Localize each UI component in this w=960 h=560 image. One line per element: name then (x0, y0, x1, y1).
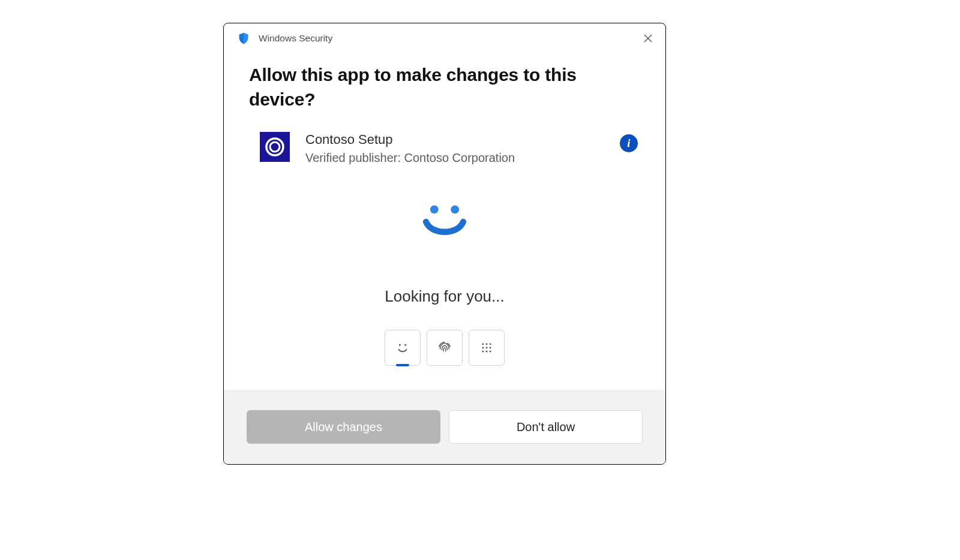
dialog-heading: Allow this app to make changes to this d… (249, 63, 640, 112)
app-info-row: Contoso Setup Verified publisher: Contos… (249, 112, 640, 165)
svg-point-6 (482, 343, 484, 345)
svg-point-12 (482, 351, 484, 353)
auth-option-fingerprint[interactable] (427, 330, 463, 366)
app-text: Contoso Setup Verified publisher: Contos… (305, 132, 604, 165)
auth-options (249, 330, 640, 390)
title-text: Windows Security (259, 33, 633, 44)
windows-hello-zone: Looking for you... (249, 165, 640, 330)
auth-option-pin[interactable] (469, 330, 505, 366)
close-button[interactable] (641, 32, 655, 45)
app-icon (260, 132, 290, 162)
svg-point-11 (490, 347, 491, 349)
svg-point-3 (451, 205, 459, 213)
svg-point-9 (482, 347, 484, 349)
dont-allow-button[interactable]: Don't allow (449, 410, 643, 444)
dialog-footer: Allow changes Don't allow (224, 390, 665, 464)
shield-icon (237, 32, 250, 45)
svg-point-14 (490, 351, 491, 353)
svg-point-4 (399, 344, 401, 346)
svg-point-5 (404, 344, 406, 346)
app-name: Contoso Setup (305, 132, 604, 147)
svg-point-1 (270, 142, 280, 152)
app-publisher: Verified publisher: Contoso Corporation (305, 151, 604, 165)
svg-point-8 (490, 343, 491, 345)
hello-smiley-icon (419, 201, 470, 245)
svg-point-0 (266, 139, 283, 155)
allow-button[interactable]: Allow changes (247, 410, 440, 444)
info-icon[interactable]: i (620, 134, 638, 152)
svg-point-10 (486, 347, 488, 349)
titlebar: Windows Security (224, 23, 665, 50)
svg-point-2 (430, 205, 439, 213)
svg-point-7 (486, 343, 488, 345)
uac-dialog: Windows Security Allow this app to make … (223, 23, 666, 465)
content-area: Allow this app to make changes to this d… (224, 50, 665, 390)
auth-option-face[interactable] (385, 330, 421, 366)
svg-point-13 (486, 351, 488, 353)
hello-status-text: Looking for you... (385, 287, 504, 306)
